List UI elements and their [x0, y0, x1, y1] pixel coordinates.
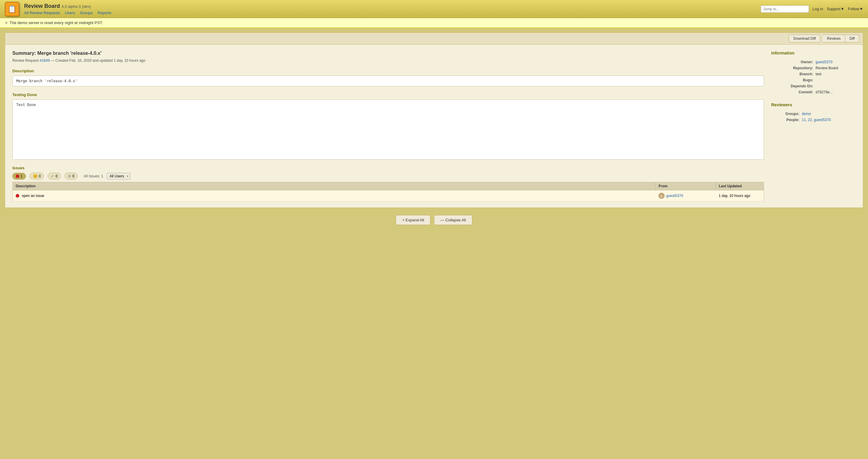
support-link[interactable]: Support▼ — [827, 7, 844, 11]
reviewers-row-groups: Groups: demo — [771, 111, 856, 117]
info-row-depends-on: Depends On: — [771, 83, 856, 89]
dropped-issues-badge[interactable]: ⊗ 0 — [64, 172, 78, 179]
info-label-bugs: Bugs: — [771, 77, 815, 83]
summary-line: Summary: Merge branch 'release-4.0.x' — [12, 51, 764, 56]
users-select-wrapper: All Users — [107, 173, 130, 179]
review-container: Download Diff Reviews Diff Summary: Merg… — [5, 33, 863, 208]
collapse-all-button[interactable]: — Collapse All — [434, 215, 472, 225]
reviewers-value-groups: demo — [802, 111, 856, 117]
review-toolbar: Download Diff Reviews Diff — [5, 33, 863, 44]
info-label-depends-on: Depends On: — [771, 83, 815, 89]
header-title-block: Review Board 4.0 alpha 0 (dev) All Revie… — [24, 3, 756, 15]
issue-from-user-link[interactable]: guest5370 — [666, 194, 683, 198]
review-meta: Review Request #1849 — Created Feb. 10, … — [12, 59, 764, 63]
reviewers-label-groups: Groups: — [771, 111, 802, 117]
info-label-repository: Repository: — [771, 65, 815, 71]
groups-link[interactable]: demo — [802, 112, 811, 116]
bottom-bar: + Expand All — Collapse All — [5, 208, 863, 230]
info-value-owner: guest5370 — [815, 59, 856, 65]
log-in-link[interactable]: Log in — [812, 7, 823, 11]
jump-to-input[interactable] — [761, 5, 809, 13]
open-count: 1 — [21, 174, 23, 178]
issue-open-dot-icon — [16, 194, 19, 198]
info-value-depends-on — [815, 83, 856, 89]
banner-message: The demo server is reset every night at … — [10, 21, 103, 25]
issues-table-head: Description From Last Updated — [13, 182, 764, 190]
summary-label: Summary: — [12, 51, 36, 56]
issue-description: open an issue — [22, 194, 44, 198]
info-value-repository: Review Board — [815, 65, 856, 71]
banner-close[interactable]: ✕ — [5, 21, 8, 25]
avatar: g — [658, 193, 664, 199]
description-text: Merge branch 'release-4.0.x' — [12, 75, 764, 87]
info-row-repository: Repository: Review Board — [771, 65, 856, 71]
people-link[interactable]: 11, 22, guest5370 — [802, 118, 831, 122]
info-value-bugs — [815, 77, 856, 83]
info-label-branch: Branch: — [771, 71, 815, 77]
testing-done-text: Test Done — [12, 99, 764, 160]
header: 📋 Review Board 4.0 alpha 0 (dev) All Rev… — [0, 0, 868, 18]
issues-label: Issues — [12, 166, 764, 170]
nav-reports[interactable]: Reports — [98, 10, 112, 15]
review-meta-rest: — Created Feb. 10, 2020 and updated 1 da… — [51, 59, 145, 63]
testing-done-label: Testing Done — [12, 93, 764, 97]
info-row-owner: Owner: guest5370 — [771, 59, 856, 65]
issue-description-cell: open an issue — [13, 190, 655, 201]
info-row-branch: Branch: test — [771, 71, 856, 77]
reviews-tab-button[interactable]: Reviews — [823, 35, 845, 42]
review-body: Summary: Merge branch 'release-4.0.x' Re… — [5, 44, 863, 207]
main-wrapper: Download Diff Reviews Diff Summary: Merg… — [0, 28, 868, 235]
open-issues-badge[interactable]: 1 — [12, 173, 26, 179]
review-request-link[interactable]: #1849 — [40, 59, 50, 63]
review-sidebar: Information Owner: guest5370 Repository:… — [771, 51, 856, 201]
main-nav: All Review Requests Users Groups Reports — [24, 10, 756, 15]
info-label-owner: Owner: — [771, 59, 815, 65]
col-last-updated: Last Updated — [716, 182, 764, 190]
col-description: Description — [13, 182, 655, 190]
description-label: Description — [12, 69, 764, 73]
issues-table-body: open an issue g guest5370 1 day, 10 — [13, 190, 764, 201]
issues-section: Issues 1 😊 0 — [12, 166, 764, 201]
nav-groups[interactable]: Groups — [80, 10, 93, 15]
review-main: Summary: Merge branch 'release-4.0.x' Re… — [12, 51, 764, 201]
issues-table: Description From Last Updated open — [12, 182, 764, 201]
demo-banner: ✕ The demo server is reset every night a… — [0, 18, 868, 28]
users-select[interactable]: All Users — [107, 173, 130, 179]
issues-filter-bar: 1 😊 0 ✓ 0 ⊗ — [12, 172, 764, 179]
x-circle-icon: ⊗ — [68, 174, 71, 178]
reviewers-table: Groups: demo People: 11, 22, guest5370 — [771, 111, 856, 123]
dropped-count: 0 — [72, 174, 74, 178]
fixed-issues-badge[interactable]: ✓ 0 — [48, 172, 61, 179]
issue-from-cell: g guest5370 — [655, 190, 716, 201]
nav-all-review-requests[interactable]: All Review Requests — [24, 10, 60, 15]
follow-link[interactable]: Follow▼ — [848, 7, 863, 11]
resolved-count: 0 — [39, 174, 41, 178]
nav-users[interactable]: Users — [65, 10, 75, 15]
summary-text: Merge branch 'release-4.0.x' — [37, 51, 101, 56]
app-title: Review Board 4.0 alpha 0 (dev) — [24, 3, 756, 9]
info-label-commit: Commit: — [771, 89, 815, 95]
reviewers-title: Reviewers — [771, 102, 856, 107]
logo-emoji: 📋 — [7, 5, 17, 13]
diff-tab-button[interactable]: Diff — [845, 35, 859, 42]
owner-link[interactable]: guest5370 — [815, 60, 832, 64]
col-from: From — [655, 182, 716, 190]
header-right: Log in Support▼ Follow▼ — [761, 5, 863, 13]
table-row: open an issue g guest5370 1 day, 10 — [13, 190, 764, 201]
reviewers-value-people: 11, 22, guest5370 — [802, 117, 856, 123]
info-row-bugs: Bugs: — [771, 77, 856, 83]
information-title: Information — [771, 51, 856, 56]
smile-icon: 😊 — [33, 174, 38, 178]
expand-all-button[interactable]: + Expand All — [396, 215, 430, 225]
info-row-commit: Commit: d76276e... — [771, 89, 856, 95]
all-issues-label: All Issues: 1 — [84, 174, 103, 178]
smile-issues-badge[interactable]: 😊 0 — [30, 172, 44, 179]
issue-from-inner: g guest5370 — [658, 193, 713, 199]
open-dot-icon — [16, 174, 19, 178]
info-value-commit: d76276e... — [815, 89, 856, 95]
issue-last-updated-cell: 1 day, 10 hours ago — [716, 190, 764, 201]
app-logo: 📋 — [5, 2, 19, 16]
download-diff-button[interactable]: Download Diff — [789, 35, 820, 42]
reviewers-label-people: People: — [771, 117, 802, 123]
issues-header-row: Description From Last Updated — [13, 182, 764, 190]
